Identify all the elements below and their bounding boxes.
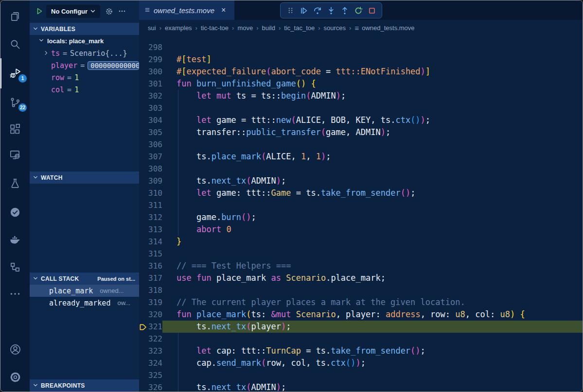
line-number[interactable]: 318 [139,286,162,295]
code-line-text[interactable]: } [162,236,583,248]
line-number[interactable]: 313 [139,225,162,234]
variable-value[interactable]: 1 [74,85,79,94]
line-number[interactable]: 326 [139,383,162,392]
explorer-icon[interactable] [0,6,30,27]
line-number[interactable]: 302 [139,91,162,101]
testing-icon[interactable] [0,173,30,194]
code-line-text[interactable]: transfer::public_transfer(game, ADMIN); [162,126,583,138]
code-line-text[interactable]: let cap: ttt::TurnCap = ts.take_from_sen… [162,345,583,357]
breakpoints-section-header[interactable]: BREAKPOINTS [30,379,139,392]
stop-button[interactable] [365,4,379,17]
code-line-text[interactable] [162,163,583,175]
line-number[interactable]: 323 [139,346,162,356]
code-line-text[interactable]: let mut ts = ts::begin(ADMIN); [162,90,583,102]
variable-value[interactable]: Scenario{...} [70,49,127,58]
code-line-text[interactable]: abort 0 [162,223,583,236]
debug-settings-gear-icon[interactable] [105,7,113,16]
code-line-text[interactable] [162,284,583,296]
variable-row-row[interactable]: row=1 [30,71,139,84]
gripper-button[interactable] [283,4,297,17]
line-number[interactable]: 311 [139,201,162,210]
checks-icon[interactable] [0,202,30,223]
code-line-text[interactable]: ts.place_mark(ALICE, 1, 1); [162,151,583,163]
run-and-debug-icon[interactable]: 1 [0,63,30,84]
code-line-text[interactable] [162,138,583,151]
line-number[interactable]: 324 [139,358,162,368]
code-line-text[interactable]: fun place_mark(ts: &mut Scenario, player… [162,308,583,321]
code-line-text[interactable] [162,248,583,260]
line-number[interactable]: 309 [139,176,162,186]
code-line-text[interactable]: fun burn_unfinished_game() { [162,78,583,90]
code-editor[interactable]: 298299#[test]300#[expected_failure(abort… [139,36,583,392]
line-number[interactable]: 301 [139,79,162,88]
breadcrumb-item-file[interactable]: owned_tests.move [362,24,414,32]
step-into-button[interactable] [324,4,338,17]
chevron-right-icon[interactable] [43,49,49,58]
line-number[interactable]: 299 [139,55,162,64]
code-line-text[interactable]: game.burn(); [162,211,583,223]
more-icon[interactable] [0,283,30,305]
variables-scope-row[interactable]: locals: place_mark [30,35,139,47]
restart-button[interactable] [352,4,365,17]
start-debug-button[interactable] [35,6,44,16]
variable-row-col[interactable]: col=1 [30,84,139,96]
code-line-text[interactable] [162,369,583,381]
line-number[interactable]: 320 [139,310,162,319]
code-line-text[interactable]: use fun place_mark as Scenario.place_mar… [162,272,583,284]
line-number[interactable]: 298 [139,43,162,52]
extensions-icon[interactable] [0,119,30,140]
line-number[interactable]: 310 [139,188,162,198]
code-line-text[interactable]: // The current player places a mark at t… [162,296,583,308]
references-icon[interactable] [0,256,30,278]
breadcrumb-item-tic-tac-toe[interactable]: tic-tac-toe [201,24,229,32]
code-line-text[interactable]: cap.send_mark(row, col, ts.ctx()); [162,357,583,369]
code-line-text[interactable] [162,199,583,211]
code-line-text[interactable] [162,41,583,53]
line-number[interactable]: 306 [139,140,162,149]
step-out-button[interactable] [338,4,352,17]
line-number[interactable]: 325 [139,371,162,380]
watch-section-header[interactable]: WATCH [30,171,139,184]
debug-configuration-dropdown[interactable]: No Configur [46,5,100,18]
breadcrumb-item-move[interactable]: move [237,24,253,32]
breadcrumb-item-tic_tac_toe[interactable]: tic_tac_toe [284,24,315,32]
code-line-text[interactable]: // === Test Helpers === [162,260,583,272]
variable-value[interactable]: 000000000000… [88,61,139,70]
line-number[interactable]: 319 [139,298,162,307]
variable-value[interactable]: 1 [74,73,79,82]
line-number[interactable]: 312 [139,213,162,222]
line-number[interactable]: 300 [139,67,162,76]
variable-row-player[interactable]: player=000000000000… [30,59,139,71]
code-line-text[interactable] [162,333,583,345]
close-icon[interactable]: × [221,6,226,15]
line-number[interactable]: 308 [139,164,162,173]
code-line-text[interactable]: ts.next_tx(ADMIN); [162,381,583,392]
call-stack-frame-place_mark[interactable]: place_markowned... [30,285,139,297]
accounts-icon[interactable] [0,339,30,360]
source-control-icon[interactable]: 22 [0,92,30,113]
code-line-text[interactable]: ts.next_tx(player); [162,321,583,333]
breadcrumb-item-build[interactable]: build [262,24,275,32]
line-number[interactable]: 322 [139,334,162,343]
breadcrumb-item-examples[interactable]: examples [165,24,192,32]
search-icon[interactable] [0,34,30,55]
breadcrumb-item-sui[interactable]: sui [148,24,156,32]
call-stack-frame-already_marked[interactable]: already_markedow... [30,297,139,309]
more-actions-icon[interactable] [118,7,126,15]
variable-row-ts[interactable]: ts=Scenario{...} [30,47,139,59]
code-line-text[interactable]: #[expected_failure(abort_code = ttt::ENo… [162,66,583,78]
tab-owned-tests-move[interactable]: ≡ owned_tests.move × [139,0,234,20]
line-number[interactable]: 307 [139,152,162,161]
code-line-text[interactable]: let game: ttt::Game = ts.take_from_sende… [162,187,583,199]
line-number[interactable]: 303 [139,103,162,113]
code-line-text[interactable]: let game = ttt::new(ALICE, BOB, KEY, ts.… [162,114,583,126]
line-number[interactable]: 315 [139,249,162,258]
line-number[interactable]: 314 [139,237,162,246]
code-line-text[interactable]: ts.next_tx(ADMIN); [162,175,583,187]
breadcrumb-item-sources[interactable]: sources [324,24,346,32]
step-over-button[interactable] [311,4,324,17]
call-stack-section-header[interactable]: CALL STACK Paused on st... [30,273,139,285]
settings-icon[interactable] [0,366,30,388]
variables-section-header[interactable]: VARIABLES [30,23,139,35]
line-number[interactable]: 316 [139,261,162,271]
